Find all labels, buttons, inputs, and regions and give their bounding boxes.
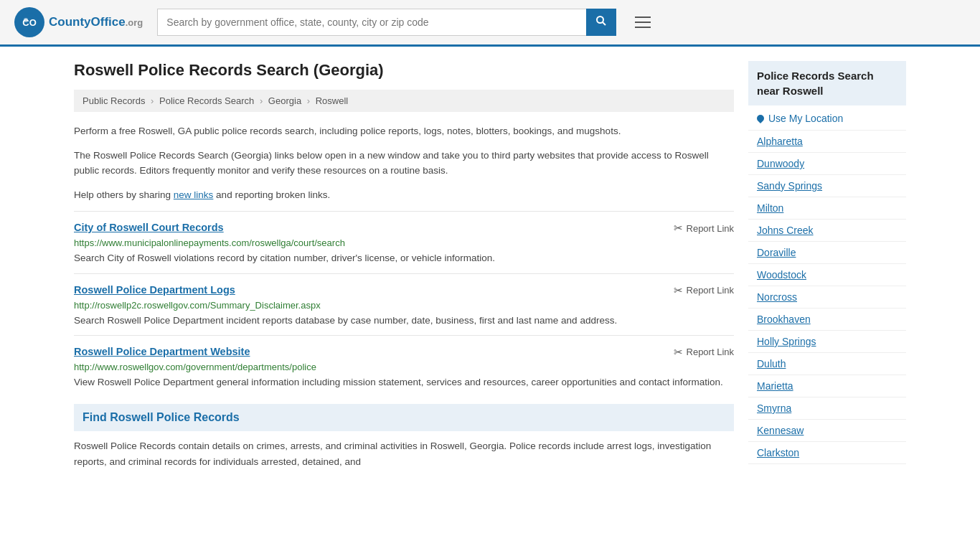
main-container: Roswell Police Records Search (Georgia) … [60, 47, 920, 484]
search-input[interactable] [157, 9, 586, 36]
bc-sep-3: › [307, 95, 310, 106]
bc-sep-1: › [151, 95, 154, 106]
logo-icon: CO [14, 7, 44, 37]
sidebar-link-norcross[interactable]: Norcross [748, 286, 906, 309]
report-link-btn-2[interactable]: ✂ Report Link [674, 346, 734, 359]
logo-domain: .org [126, 17, 143, 28]
location-pin-icon [755, 113, 765, 123]
sidebar-link-holly-springs[interactable]: Holly Springs [748, 331, 906, 353]
resource-header-0: City of Roswell Court Records ✂ Report L… [74, 222, 734, 235]
svg-point-2 [24, 18, 28, 22]
intro-para-2: The Roswell Police Records Search (Georg… [74, 148, 734, 179]
content-area: Roswell Police Records Search (Georgia) … [74, 61, 734, 469]
resource-header-1: Roswell Police Department Logs ✂ Report … [74, 284, 734, 297]
breadcrumb-georgia[interactable]: Georgia [268, 95, 301, 106]
intro-para-1: Perform a free Roswell, GA public police… [74, 123, 734, 139]
resource-title-1[interactable]: Roswell Police Department Logs [74, 284, 235, 296]
sidebar-link-milton[interactable]: Milton [748, 197, 906, 220]
report-label-1: Report Link [687, 285, 734, 296]
resource-entry-1: Roswell Police Department Logs ✂ Report … [74, 273, 734, 335]
report-label-2: Report Link [687, 347, 734, 357]
sidebar-link-kennesaw[interactable]: Kennesaw [748, 420, 906, 442]
sidebar-link-brookhaven[interactable]: Brookhaven [748, 309, 906, 331]
find-heading: Find Roswell Police Records [83, 411, 725, 424]
resource-desc-2: View Roswell Police Department general i… [74, 375, 734, 390]
report-link-btn-1[interactable]: ✂ Report Link [674, 284, 734, 297]
resource-url-1: http://roswellp2c.roswellgov.com/Summary… [74, 300, 734, 311]
resource-desc-0: Search City of Roswell violations record… [74, 251, 734, 265]
svg-point-3 [597, 17, 603, 23]
logo-text: CountyOffice.org [49, 15, 143, 29]
use-location-label: Use My Location [768, 113, 843, 124]
sidebar-link-marietta[interactable]: Marietta [748, 375, 906, 397]
report-link-btn-0[interactable]: ✂ Report Link [674, 222, 734, 235]
site-header: CO CountyOffice.org [0, 0, 980, 47]
menu-bar-2 [635, 22, 651, 23]
breadcrumb: Public Records › Police Records Search ›… [74, 90, 734, 112]
sidebar-link-clarkston[interactable]: Clarkston [748, 442, 906, 464]
sidebar-link-smyrna[interactable]: Smyrna [748, 397, 906, 420]
find-desc: Roswell Police Records contain details o… [74, 438, 734, 469]
find-heading-bar: Find Roswell Police Records [74, 404, 734, 431]
intro-suffix: and reporting broken links. [213, 189, 330, 200]
menu-bar-3 [635, 27, 651, 28]
search-area [157, 9, 616, 36]
sidebar-link-johns-creek[interactable]: Johns Creek [748, 220, 906, 242]
sidebar-link-sandy-springs[interactable]: Sandy Springs [748, 175, 906, 197]
menu-bar-1 [635, 17, 651, 18]
logo-office: Office [91, 15, 126, 29]
new-links-link[interactable]: new links [174, 189, 214, 200]
report-label-0: Report Link [687, 223, 734, 234]
intro-para-3: Help others by sharing new links and rep… [74, 187, 734, 203]
sidebar-links: AlpharettaDunwoodySandy SpringsMiltonJoh… [748, 131, 906, 464]
sidebar-link-woodstock[interactable]: Woodstock [748, 264, 906, 286]
resource-entry-2: Roswell Police Department Website ✂ Repo… [74, 335, 734, 397]
sidebar-link-duluth[interactable]: Duluth [748, 353, 906, 375]
site-logo[interactable]: CO CountyOffice.org [14, 7, 143, 37]
sidebar-header: Police Records Search near Roswell [748, 61, 906, 105]
page-title: Roswell Police Records Search (Georgia) [74, 61, 734, 80]
report-icon-0: ✂ [674, 222, 683, 235]
svg-line-4 [603, 22, 606, 25]
resource-header-2: Roswell Police Department Website ✂ Repo… [74, 346, 734, 359]
breadcrumb-police-records-search[interactable]: Police Records Search [159, 95, 254, 106]
sidebar-link-dunwoody[interactable]: Dunwoody [748, 153, 906, 175]
resource-url-0: https://www.municipalonlinepayments.com/… [74, 237, 734, 248]
sidebar-link-alpharetta[interactable]: Alpharetta [748, 131, 906, 153]
report-icon-1: ✂ [674, 284, 683, 297]
intro-prefix: Help others by sharing [74, 189, 174, 200]
resource-entry-0: City of Roswell Court Records ✂ Report L… [74, 211, 734, 273]
logo-county: County [49, 15, 91, 29]
resource-title-2[interactable]: Roswell Police Department Website [74, 346, 250, 357]
resource-title-0[interactable]: City of Roswell Court Records [74, 222, 224, 233]
breadcrumb-roswell[interactable]: Roswell [316, 95, 349, 106]
sidebar-heading: Police Records Search near Roswell [757, 68, 897, 98]
use-my-location-link[interactable]: Use My Location [748, 107, 906, 131]
resource-desc-1: Search Roswell Police Department inciden… [74, 314, 734, 328]
breadcrumb-public-records[interactable]: Public Records [83, 95, 145, 106]
resource-url-2: http://www.roswellgov.com/government/dep… [74, 362, 734, 372]
sidebar: Police Records Search near Roswell Use M… [748, 61, 906, 469]
menu-button[interactable] [631, 12, 655, 32]
bc-sep-2: › [260, 95, 263, 106]
search-button[interactable] [586, 9, 616, 36]
sidebar-link-doraville[interactable]: Doraville [748, 242, 906, 264]
report-icon-2: ✂ [674, 346, 683, 359]
find-section: Find Roswell Police Records Roswell Poli… [74, 404, 734, 469]
